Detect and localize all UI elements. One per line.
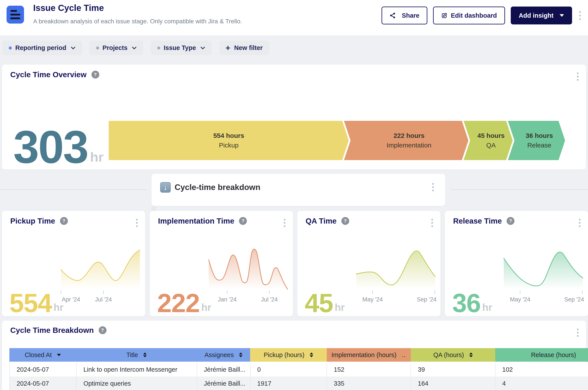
funnel-stage-qa: 45 hoursQA [464,121,513,160]
column-header-pickup[interactable]: Pickup (hours) [250,348,327,362]
help-icon[interactable]: ? [239,217,247,225]
share-button[interactable]: Share [381,6,428,24]
implementation-sparkline: Jan '24 Jul '24 [207,248,289,303]
cell-closed-at: 2024-05-07 [10,377,77,390]
down-arrow-icon: ↓ [160,182,171,193]
help-icon[interactable]: ? [507,217,514,225]
x-tick-label: Sep '24 [564,296,584,303]
header-kebab-menu[interactable] [578,10,582,21]
funnel-stage-release: 36 hoursRelease [508,121,565,160]
sort-desc-icon [57,354,61,356]
help-icon[interactable]: ? [92,71,99,79]
cell-title: Optimize queries [77,377,197,390]
funnel-stage-pickup: 554 hoursPickup [109,121,349,160]
cell-closed-at: 2024-05-07 [10,363,77,377]
table-row[interactable]: 2024-05-07 Optimize queries Jérémie Bail… [9,377,588,390]
table-title: Cycle Time Breakdown [10,326,94,335]
cycle-time-funnel: 554 hoursPickup 222 hoursImplementation … [109,121,565,160]
pickup-sparkline: Apr '24 Jul '24 [59,248,142,303]
help-icon[interactable]: ? [60,217,68,225]
filter-dot [96,47,99,49]
x-tick-label: Jul '24 [95,296,112,303]
implementation-time-card: Implementation Time ? Jan '24 Jul '24 22… [150,211,293,316]
cell-title: Link to open Intercom Messenger [77,363,197,377]
hamburger-icon [10,10,17,12]
total-value: 303 [13,128,88,166]
cell-qa: 164 [411,377,495,390]
edit-dashboard-button[interactable]: Edit dashboard [433,6,505,24]
metric-value: 45 hr [305,292,345,314]
funnel-stage-implementation: 222 hoursImplementation [344,121,468,160]
column-header-title[interactable]: Title [76,348,197,362]
table-kebab-menu[interactable] [576,327,580,338]
total-unit: hr [90,149,104,165]
add-insight-label: Add insight [519,12,553,19]
sort-icon [239,352,242,357]
help-icon[interactable]: ? [99,326,107,334]
cell-pickup: 0 [251,363,327,377]
column-header-implementation[interactable]: Implementation (hours) .. [327,348,411,362]
card-kebab-menu[interactable] [135,217,139,228]
card-kebab-menu[interactable] [430,217,434,228]
x-tick-label: May '24 [510,296,530,303]
x-tick-label: Sep '24 [417,296,436,303]
column-header-assignees[interactable]: Assignees [197,348,250,362]
card-resize-handle[interactable] [152,206,156,211]
filter-reporting-period[interactable]: Reporting period [2,41,82,55]
filter-label: Issue Type [164,44,196,51]
section-kebab-menu[interactable] [431,182,435,193]
cycle-time-overview-card: Cycle Time Overview ? 303 hr 554 hoursPi… [2,65,586,169]
edit-dashboard-label: Edit dashboard [451,12,497,19]
metric-card-title: Release Time [453,217,502,225]
x-tick-label: Jul '24 [261,296,278,303]
table-row[interactable]: 2024-05-07 Link to open Intercom Messeng… [9,363,588,377]
chevron-down-icon [132,47,137,49]
caret-down-icon [560,14,564,17]
x-tick-label: Apr '24 [62,296,80,303]
add-insight-button[interactable]: Add insight [511,6,572,24]
filter-issue-type[interactable]: Issue Type [151,41,212,55]
qa-sparkline: May '24 Sep '24 [354,248,437,303]
menu-button[interactable] [6,6,24,24]
new-filter-label: New filter [234,44,263,51]
cell-pickup: 1917 [251,377,327,390]
filter-label: Reporting period [15,44,66,51]
cell-release: 4 [495,377,588,390]
column-header-closed-at[interactable]: Closed At [9,348,76,362]
metric-card-title: QA Time [306,217,337,225]
truncated-sort-icon: .. [402,351,406,359]
cycle-time-breakdown-header-card: ↓ Cycle-time breakdown [152,174,445,206]
chevron-down-icon [71,47,75,49]
filter-dot [9,47,12,49]
header-actions: Share Edit dashboard Add insight [381,6,582,24]
table-header-row: Closed At Title Assignees Pickup (hours)… [9,348,588,362]
page-subtitle: A breakdown analysis of each issue stage… [33,18,242,25]
filter-label: Projects [103,44,127,51]
chevron-down-icon [200,47,205,49]
plus-icon: + [226,44,230,52]
app-header: Issue Cycle Time A breakdown analysis of… [0,0,588,35]
sort-icon [143,352,147,357]
new-filter-button[interactable]: + New filter [219,41,269,55]
column-header-release[interactable]: Release (hours) [495,348,588,362]
section-divider [451,189,588,190]
metric-card-title: Pickup Time [10,217,55,225]
x-tick-label: May '24 [362,296,383,303]
card-kebab-menu[interactable] [282,217,287,228]
sort-icon [469,352,473,357]
cell-assignees: Jérémie Baill... [197,377,251,390]
card-kebab-menu[interactable] [578,217,582,228]
overview-card-title: Cycle Time Overview [10,70,87,79]
cycle-time-table: Closed At Title Assignees Pickup (hours)… [9,348,588,390]
release-time-card: Release Time ? May '24 Sep '24 36 hr [445,211,588,316]
metric-value: 36 hr [452,292,492,314]
metric-card-title: Implementation Time [158,217,234,225]
x-tick-label: Jan '24 [218,296,237,303]
cell-assignees: Jérémie Baill... [197,363,251,377]
pickup-time-card: Pickup Time ? Apr '24 Jul '24 554 hr [2,211,145,316]
section-divider [0,189,146,190]
filter-projects[interactable]: Projects [90,41,143,55]
overview-kebab-menu[interactable] [576,71,580,82]
help-icon[interactable]: ? [341,217,349,225]
column-header-qa[interactable]: QA (hours) [411,348,495,362]
